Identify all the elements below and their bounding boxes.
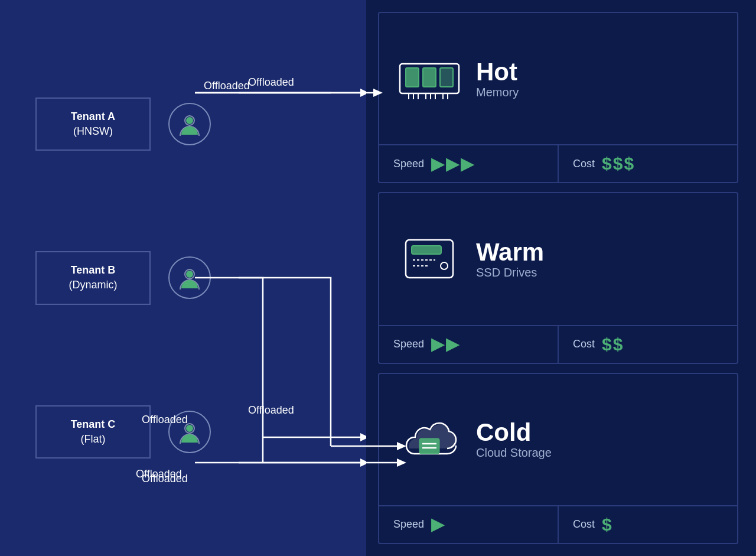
- cloud-icon: [397, 416, 462, 463]
- cold-tier-label: Cold: [476, 419, 552, 446]
- tenant-b-type: (Dynamic): [51, 278, 135, 292]
- warm-card: Warm SSD Drives Speed ▶▶ Cost $$: [378, 192, 738, 363]
- tenant-c-type: (Flat): [51, 432, 135, 447]
- cold-tier-subtitle: Cloud Storage: [476, 446, 552, 460]
- svg-point-3: [186, 271, 193, 278]
- cold-cost-value: $: [602, 515, 613, 535]
- svg-rect-15: [406, 68, 419, 87]
- hot-speed-value: ▶▶▶: [431, 154, 475, 174]
- svg-point-1: [186, 117, 193, 124]
- cold-cost-label: Cost: [573, 518, 595, 531]
- tenant-a-row: Tenant A (HNSW): [35, 97, 343, 151]
- cold-speed-label: Speed: [393, 518, 424, 531]
- svg-rect-16: [423, 68, 436, 87]
- warm-cost-value: $$: [602, 334, 624, 355]
- hot-cost-label: Cost: [573, 158, 595, 170]
- warm-speed-value: ▶▶: [431, 334, 461, 354]
- tenant-c-row: Tenant C (Flat): [35, 405, 343, 459]
- svg-marker-12: [360, 459, 366, 467]
- offloaded-label-b: Offloaded: [142, 414, 188, 426]
- hot-card-top: Hot Memory: [379, 13, 737, 144]
- warm-speed-cell: Speed ▶▶: [379, 326, 559, 363]
- warm-speed-label: Speed: [393, 338, 424, 350]
- hot-card-title: Hot Memory: [476, 58, 519, 99]
- hot-tier-label: Hot: [476, 58, 519, 86]
- hot-tier-subtitle: Memory: [476, 86, 519, 99]
- cold-card-title: Cold Cloud Storage: [476, 419, 552, 460]
- tenant-a-type: (HNSW): [51, 124, 135, 139]
- main-container: Tenant A (HNSW) Tenant B (Dynamic): [0, 0, 756, 556]
- right-panel: Hot Memory Speed ▶▶▶ Cost $$$: [366, 0, 756, 556]
- tenant-c-box: Tenant C (Flat): [35, 405, 151, 459]
- ssd-icon: [397, 235, 462, 282]
- tenant-a-avatar: [168, 103, 211, 145]
- memory-icon: [397, 55, 462, 102]
- warm-tier-label: Warm: [476, 239, 544, 266]
- svg-point-30: [441, 262, 448, 269]
- cold-speed-cell: Speed ▶: [379, 506, 559, 543]
- warm-card-title: Warm SSD Drives: [476, 239, 544, 279]
- svg-marker-13: [360, 89, 366, 97]
- tenant-b-box: Tenant B (Dynamic): [35, 251, 151, 304]
- cold-card: Cold Cloud Storage Speed ▶ Cost $: [378, 373, 738, 544]
- cold-cost-cell: Cost $: [559, 506, 737, 543]
- hot-card-bottom: Speed ▶▶▶ Cost $$$: [379, 144, 737, 182]
- svg-rect-31: [419, 438, 439, 454]
- hot-card: Hot Memory Speed ▶▶▶ Cost $$$: [378, 12, 738, 183]
- tenant-c-name: Tenant C: [51, 417, 135, 432]
- tenant-a-box: Tenant A (HNSW): [35, 97, 151, 151]
- left-panel: Tenant A (HNSW) Tenant B (Dynamic): [0, 0, 366, 556]
- cold-speed-value: ▶: [431, 515, 446, 534]
- hot-cost-cell: Cost $$$: [559, 145, 737, 182]
- svg-rect-27: [412, 246, 441, 254]
- tenant-b-avatar: [168, 256, 211, 299]
- svg-rect-17: [440, 68, 453, 87]
- warm-tier-subtitle: SSD Drives: [476, 266, 544, 279]
- warm-cost-cell: Cost $$: [559, 326, 737, 363]
- cold-card-top: Cold Cloud Storage: [379, 374, 737, 505]
- svg-marker-10: [360, 433, 366, 441]
- cold-card-bottom: Speed ▶ Cost $: [379, 505, 737, 543]
- hot-speed-label: Speed: [393, 158, 424, 170]
- warm-cost-label: Cost: [573, 338, 595, 350]
- warm-card-bottom: Speed ▶▶ Cost $$: [379, 325, 737, 363]
- tenant-b-name: Tenant B: [51, 263, 135, 278]
- hot-cost-value: $$$: [602, 154, 635, 174]
- tenant-b-row: Tenant B (Dynamic): [35, 251, 343, 304]
- hot-speed-cell: Speed ▶▶▶: [379, 145, 559, 182]
- offloaded-label-a: Offloaded: [204, 80, 250, 92]
- offloaded-label-c: Offloaded: [142, 473, 188, 485]
- tenant-a-name: Tenant A: [51, 109, 135, 124]
- warm-card-top: Warm SSD Drives: [379, 193, 737, 324]
